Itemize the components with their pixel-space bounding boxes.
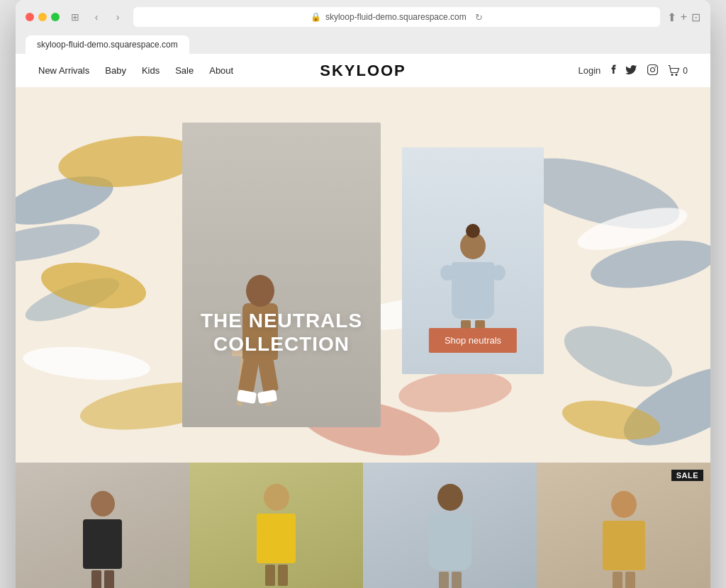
minimize-button[interactable] bbox=[38, 13, 47, 21]
nav-wrapper: New Arrivals Baby Kids Sale About SKYLOO… bbox=[16, 54, 710, 87]
share-icon[interactable]: ⬆ bbox=[667, 11, 676, 24]
hero-photo-left: THE NEUTRALS COLLECTION bbox=[182, 123, 381, 427]
product-card[interactable] bbox=[16, 463, 189, 588]
browser-chrome: ⊞ ‹ › 🔒 skyloop-fluid-demo.squarespace.c… bbox=[16, 0, 710, 54]
lock-icon: 🔒 bbox=[311, 12, 321, 22]
twitter-icon[interactable] bbox=[626, 65, 637, 77]
traffic-lights bbox=[26, 13, 60, 21]
address-bar[interactable]: 🔒 skyloop-fluid-demo.squarespace.com ↻ bbox=[133, 7, 660, 27]
site-content: New Arrivals Baby Kids Sale About SKYLOO… bbox=[16, 54, 710, 588]
forward-button[interactable]: › bbox=[109, 9, 126, 26]
browser-controls: ⊞ ‹ › bbox=[67, 9, 126, 26]
nav-sale[interactable]: Sale bbox=[175, 65, 194, 76]
svg-point-2 bbox=[655, 66, 657, 67]
product-card[interactable] bbox=[363, 463, 537, 588]
hero-title: THE NEUTRALS COLLECTION bbox=[201, 309, 362, 356]
nav-kids[interactable]: Kids bbox=[142, 65, 160, 76]
cart-icon-wrap[interactable]: 0 bbox=[668, 65, 688, 77]
new-tab-icon[interactable]: + bbox=[681, 11, 687, 23]
browser-window: ⊞ ‹ › 🔒 skyloop-fluid-demo.squarespace.c… bbox=[16, 0, 710, 588]
url-text: skyloop-fluid-demo.squarespace.com bbox=[325, 12, 467, 22]
tab-switcher-button[interactable]: ⊞ bbox=[67, 9, 84, 26]
product-grid: SALE SALE bbox=[16, 463, 710, 588]
product-card[interactable]: SALE bbox=[537, 463, 710, 588]
split-view-icon[interactable]: ⊡ bbox=[691, 11, 700, 24]
browser-tabs: skyloop-fluid-demo.squarespace.com bbox=[26, 33, 700, 54]
site-logo[interactable]: SKYLOOP bbox=[320, 62, 406, 80]
svg-point-3 bbox=[671, 74, 674, 76]
nav-right: Login bbox=[579, 64, 688, 77]
hero-photo-right: Shop neutrals bbox=[402, 147, 544, 374]
hero-text-overlay: THE NEUTRALS COLLECTION bbox=[201, 309, 362, 356]
nav-new-arrivals[interactable]: New Arrivals bbox=[38, 65, 89, 76]
svg-point-1 bbox=[651, 67, 655, 72]
cart-count: 0 bbox=[683, 66, 688, 76]
hero-section: THE NEUTRALS COLLECTION bbox=[16, 87, 710, 463]
close-button[interactable] bbox=[26, 13, 34, 21]
site-nav: New Arrivals Baby Kids Sale About SKYLOO… bbox=[16, 54, 710, 87]
active-tab[interactable]: skyloop-fluid-demo.squarespace.com bbox=[26, 35, 189, 54]
back-button[interactable]: ‹ bbox=[88, 9, 105, 26]
nav-about[interactable]: About bbox=[209, 65, 233, 76]
product-card[interactable] bbox=[189, 463, 363, 588]
maximize-button[interactable] bbox=[51, 13, 60, 21]
nav-left: New Arrivals Baby Kids Sale About bbox=[38, 65, 233, 76]
svg-rect-0 bbox=[648, 64, 658, 74]
svg-point-4 bbox=[676, 74, 678, 76]
facebook-icon[interactable] bbox=[610, 64, 616, 77]
browser-top-bar: ⊞ ‹ › 🔒 skyloop-fluid-demo.squarespace.c… bbox=[26, 7, 700, 27]
sale-badge: SALE bbox=[671, 470, 703, 481]
browser-actions: ⬆ + ⊡ bbox=[667, 11, 700, 24]
login-link[interactable]: Login bbox=[579, 65, 601, 76]
reload-icon[interactable]: ↻ bbox=[475, 12, 483, 23]
shop-neutrals-button[interactable]: Shop neutrals bbox=[429, 328, 517, 353]
hero-content: THE NEUTRALS COLLECTION bbox=[16, 87, 710, 463]
instagram-icon[interactable] bbox=[647, 64, 658, 77]
nav-baby[interactable]: Baby bbox=[105, 65, 126, 76]
